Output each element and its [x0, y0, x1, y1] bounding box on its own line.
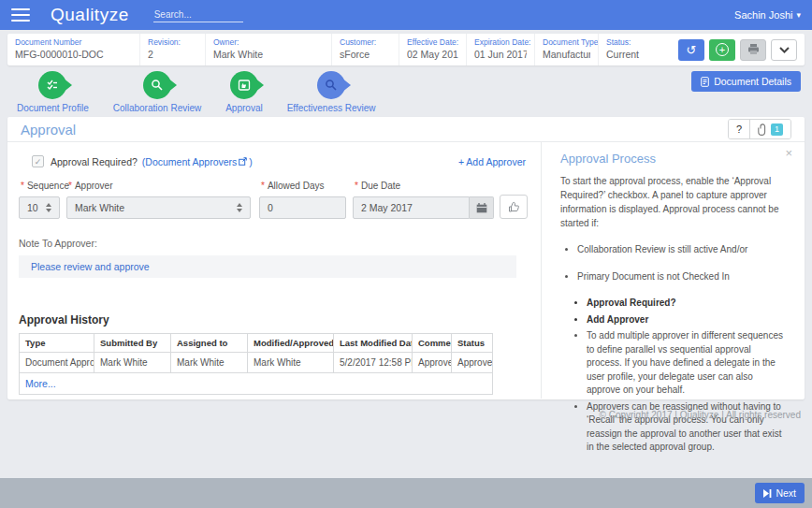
approval-history-table: Type Submitted By Assigned to Modified/A… [19, 333, 493, 395]
field-document-number: Document Number MFG-0000010-DOC [7, 34, 140, 65]
step-label: Collaboration Review [113, 103, 202, 113]
paperclip-icon [758, 123, 768, 136]
caret-down-icon: ▾ [796, 10, 801, 20]
print-button[interactable] [740, 39, 766, 61]
history-icon: ↺ [687, 43, 697, 57]
magnifier-icon [317, 71, 345, 99]
document-details-button[interactable]: Document Details [691, 71, 801, 92]
search-input[interactable] [153, 7, 243, 22]
cell-assigned-to: Mark White [171, 353, 248, 373]
document-info-bar: Document Number MFG-0000010-DOC Revision… [7, 34, 805, 65]
magnifier-icon [143, 71, 171, 99]
cell-comments: Approved... [413, 353, 452, 373]
thumb-up-icon [230, 71, 258, 99]
approval-required-row: ✓ Approval Required? (Document Approvers… [32, 155, 526, 167]
cell-last-modified: 5/2/2017 12:58 PM [334, 353, 413, 373]
user-menu[interactable]: Sachin Joshi ▾ [734, 9, 801, 21]
field-value: 01 Jun 2017 [474, 49, 527, 60]
cell-modified-by: Mark White [248, 353, 334, 373]
table-header-row: Type Submitted By Assigned to Modified/A… [20, 334, 493, 353]
chevron-down-icon [779, 47, 790, 53]
bottom-bar: Next [0, 478, 812, 508]
approver-label: *Approver [68, 181, 251, 191]
step-collaboration-review[interactable]: Collaboration Review [113, 71, 202, 113]
approval-required-label: Approval Required? [51, 156, 138, 167]
col-type: Type [20, 334, 94, 353]
allowed-days-value: 0 [268, 202, 273, 213]
field-status: Status: Current [599, 34, 657, 65]
hamburger-menu-icon[interactable] [11, 8, 30, 22]
help-bullet: Approvers can be reassigned without havi… [587, 400, 784, 455]
thumb-up-outline-icon [508, 201, 520, 213]
field-value: 2 [148, 49, 197, 60]
calendar-button[interactable] [470, 196, 494, 219]
help-sub-bullets: Approval Required? Add Approver To add m… [573, 297, 784, 455]
step-label: Approval [225, 103, 262, 113]
next-button[interactable]: Next [755, 483, 805, 503]
more-link[interactable]: More... [25, 378, 56, 389]
more-actions-button[interactable] [771, 39, 797, 61]
field-value: sForce [340, 49, 391, 60]
checklist-icon [38, 71, 66, 99]
approval-history-title: Approval History [19, 313, 541, 327]
copyright-text: © Copyright 2017 | Qualityze | All right… [600, 410, 801, 420]
help-button[interactable]: ? [729, 120, 749, 138]
approver-label-text: Approver [75, 181, 113, 191]
step-effectiveness-review[interactable]: Effectiveness Review [287, 71, 376, 113]
help-bullet-bold: Add Approver [587, 313, 784, 327]
sequence-group: *Sequence 10 [19, 181, 60, 219]
history-button[interactable]: ↺ [678, 39, 704, 61]
required-marker: * [21, 181, 24, 191]
field-label: Document Type: [543, 37, 590, 47]
step-label: Document Profile [17, 103, 89, 113]
col-last-modified: Last Modified Date [334, 334, 413, 353]
sequence-label: *Sequence [21, 181, 60, 191]
skip-next-icon [763, 489, 772, 498]
due-date-label: *Due Date [355, 181, 494, 191]
note-to-approver-box: Please review and approve [19, 255, 516, 278]
plus-icon: + [716, 43, 729, 56]
help-bullet-bold: Approval Required? [587, 297, 784, 311]
stepper-icon [237, 203, 242, 212]
user-name: Sachin Joshi [734, 9, 792, 21]
allowed-days-input[interactable]: 0 [259, 196, 346, 219]
field-label: Revision: [148, 37, 197, 47]
required-marker: * [261, 181, 265, 191]
add-button[interactable]: + [709, 39, 735, 61]
cell-status: Approved [452, 353, 493, 373]
close-icon[interactable]: × [785, 147, 792, 159]
document-approvers-link[interactable]: (Document Approvers ) [142, 156, 253, 167]
field-label: Effective Date: [407, 37, 458, 47]
field-expiration-date: Expiration Date: 01 Jun 2017 [467, 34, 535, 65]
check-icon: ✓ [35, 157, 42, 167]
stepper-icon [46, 203, 51, 212]
top-bar: Qualityze Sachin Joshi ▾ [0, 0, 812, 30]
external-link-icon [239, 157, 247, 166]
step-approval[interactable]: Approval [225, 71, 262, 113]
attachments-button[interactable]: 1 [749, 120, 790, 138]
sequence-select[interactable]: 10 [19, 196, 60, 219]
due-date-input[interactable]: 2 May 2017 [353, 196, 470, 219]
required-marker: * [355, 181, 358, 191]
col-modified-by: Modified/Approved By [248, 334, 334, 353]
table-more-row: More... [20, 373, 493, 395]
field-value: Mark White [213, 49, 324, 60]
cell-submitted-by: Mark White [94, 353, 171, 373]
approve-button[interactable] [500, 195, 528, 219]
field-value: MFG-0000010-DOC [15, 49, 132, 60]
approval-process-panel: × Approval Process To start the approval… [541, 142, 805, 399]
help-bullet: Primary Document is not Checked In [577, 270, 784, 284]
step-document-profile[interactable]: Document Profile [17, 71, 89, 113]
approver-select[interactable]: Mark White [66, 196, 251, 219]
col-assigned-to: Assigned to [171, 334, 248, 353]
help-bullet: Collaboration Review is still active And… [577, 243, 784, 257]
approver-form-row: *Sequence 10 *Approver Mark White [19, 181, 541, 219]
add-approver-link[interactable]: + Add Approver [458, 156, 526, 167]
approval-left-pane: ✓ Approval Required? (Document Approvers… [7, 142, 541, 399]
page: Qualityze Sachin Joshi ▾ Document Number… [0, 0, 812, 508]
question-mark-icon: ? [736, 123, 742, 135]
approval-required-checkbox[interactable]: ✓ [32, 155, 44, 167]
field-owner: Owner: Mark White [206, 34, 332, 65]
sequence-value: 10 [27, 202, 38, 213]
step-label: Effectiveness Review [287, 103, 376, 113]
